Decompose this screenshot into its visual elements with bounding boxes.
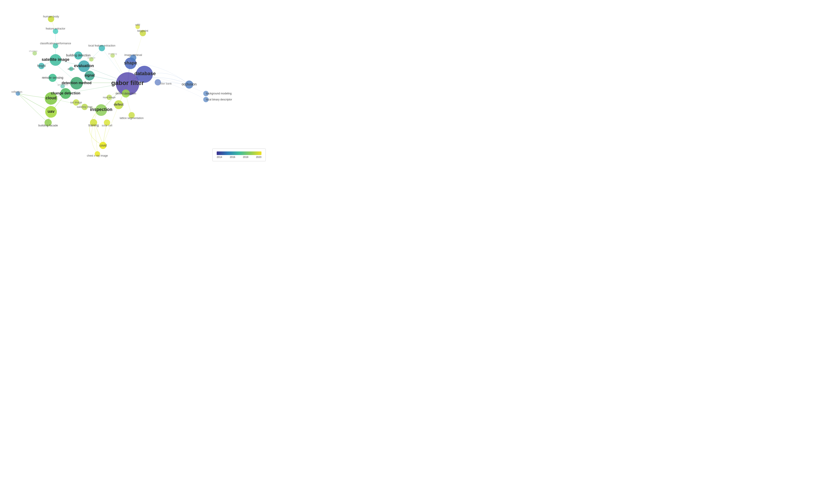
label-feature-extractor: feature extractor [46, 27, 65, 30]
label-local-feature-extraction: local feature extraction [88, 44, 115, 47]
label-training: training [88, 123, 99, 127]
label-signal: signal [84, 74, 95, 77]
label-covid: covid [99, 144, 107, 147]
label-shape: shape [124, 60, 137, 65]
label-imaging: imaging [108, 52, 117, 55]
label-decade: decade [87, 56, 95, 59]
label-defect-detection: defect detection [115, 92, 136, 95]
label-shadow: shadow [29, 50, 37, 52]
legend-year-2016: 2016 [230, 156, 235, 158]
label-remote-sensing: remote sensing [42, 76, 63, 80]
label-occlusion: occlusion [182, 82, 197, 86]
label-image-retrieval: image retrieval [124, 53, 142, 56]
label-background-modeling: background modeling [206, 92, 232, 95]
legend-year-2020: 2020 [256, 156, 262, 158]
label-evaluation: evaluation [74, 64, 94, 68]
label-local-binary-descriptor: local binary descriptor [206, 98, 232, 101]
label-keypoint: keypoint [137, 29, 148, 32]
label-chest-xray: chest x ray image [87, 154, 108, 157]
label-solar-cell: solar cell [102, 124, 112, 127]
label-reflection: reflection [11, 90, 22, 94]
network-visualization: gabor filter database shape evaluation d… [0, 0, 275, 168]
label-change-detection: change detection [51, 91, 80, 95]
label-cloud: cloud [46, 96, 57, 100]
label-geometry: geometry [58, 83, 68, 86]
label-input-image: input image [103, 96, 116, 99]
label-wlfd: wlfd [135, 23, 140, 26]
label-saliency-map: saliency map [77, 105, 92, 109]
label-sar-image: sar image [70, 101, 82, 104]
legend-gradient [217, 151, 262, 155]
label-satellite-image: satellite image [42, 57, 70, 62]
label-height: height [37, 64, 46, 68]
label-inspection: inspection [90, 107, 112, 112]
label-human-body: human body [43, 15, 59, 18]
edge [94, 123, 97, 153]
label-database: database [134, 71, 156, 76]
label-classification-performance: classification performance [40, 42, 71, 45]
legend-year-2014: 2014 [217, 156, 222, 158]
legend: 2014 2016 2018 2020 [212, 148, 266, 161]
label-building-detection: building detection [66, 53, 91, 57]
label-gabor-filter: gabor filter [111, 80, 144, 86]
label-article: article [68, 67, 75, 71]
label-lattice-segmentation: lattice segmentation [120, 117, 144, 120]
label-building-facade: building facade [38, 124, 58, 127]
network-svg: gabor filter database shape evaluation d… [0, 0, 275, 168]
legend-labels: 2014 2016 2018 2020 [217, 156, 262, 158]
edge [92, 110, 99, 153]
label-uav: uav [47, 109, 55, 114]
label-filter-bank: filter bank [160, 82, 172, 85]
legend-year-2018: 2018 [243, 156, 248, 158]
label-defect: defect [114, 103, 123, 106]
